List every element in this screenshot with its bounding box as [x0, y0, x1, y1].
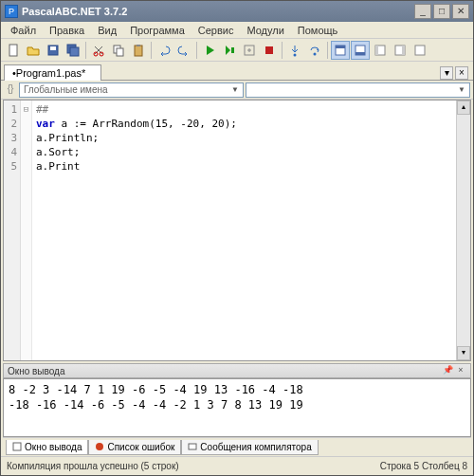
chevron-down-icon: ▼: [231, 85, 239, 94]
toolbar: [1, 39, 473, 62]
svg-rect-2: [50, 46, 56, 50]
menu-help[interactable]: Помощь: [292, 24, 344, 37]
scroll-down-button[interactable]: ▾: [457, 346, 470, 360]
panel-5-button[interactable]: [410, 41, 429, 60]
scroll-up-button[interactable]: ▴: [457, 101, 470, 115]
tab-messages[interactable]: Сообщения компилятора: [181, 440, 318, 455]
svg-rect-10: [137, 45, 140, 46]
titlebar: P PascalABC.NET 3.7.2 _ □ ✕: [1, 1, 473, 22]
cut-button[interactable]: [89, 41, 108, 60]
menu-program[interactable]: Программа: [124, 24, 191, 37]
separator: [196, 42, 197, 59]
minimize-button[interactable]: _: [414, 4, 431, 19]
save-all-button[interactable]: [64, 41, 82, 60]
document-tabs: •Program1.pas* ▾ ×: [1, 62, 473, 81]
status-right: Строка 5 Столбец 8: [380, 461, 467, 471]
scope-icon: {}: [4, 83, 17, 97]
btab-label: Список ошибок: [107, 442, 174, 452]
vertical-scrollbar[interactable]: ▴ ▾: [456, 101, 470, 360]
svg-rect-11: [231, 47, 234, 53]
code-area[interactable]: ## var a := ArrRandom(15, -20, 20); a.Pr…: [32, 101, 456, 360]
editor: 12345 ⊟ ## var a := ArrRandom(15, -20, 2…: [3, 100, 471, 361]
message-icon: [188, 442, 197, 451]
app-icon: P: [5, 5, 18, 18]
step-over-button[interactable]: [305, 41, 324, 60]
menu-service[interactable]: Сервис: [192, 24, 240, 37]
fold-toggle[interactable]: ⊟: [21, 102, 31, 117]
svg-rect-27: [189, 444, 196, 449]
separator: [282, 42, 283, 59]
tab-errors[interactable]: Список ошибок: [88, 440, 181, 455]
output-panel-header: Окно вывода 📌 ×: [3, 363, 471, 378]
separator: [85, 42, 86, 59]
separator: [151, 42, 152, 59]
menubar: Файл Правка Вид Программа Сервис Модули …: [1, 22, 473, 39]
window-buttons: _ □ ✕: [414, 4, 469, 19]
svg-rect-24: [415, 46, 425, 55]
menu-edit[interactable]: Правка: [44, 24, 90, 37]
tab-label: •Program1.pas*: [12, 67, 85, 79]
svg-rect-4: [70, 47, 79, 56]
panel-4-button[interactable]: [391, 41, 410, 60]
svg-rect-19: [356, 52, 365, 55]
output-panel[interactable]: 8 -2 3 -14 7 1 19 -6 -5 -4 19 13 -16 -4 …: [3, 378, 471, 437]
pin-icon[interactable]: 📌: [442, 365, 453, 376]
maximize-button[interactable]: □: [433, 4, 450, 19]
save-button[interactable]: [44, 41, 63, 60]
svg-rect-25: [13, 443, 21, 450]
close-button[interactable]: ✕: [452, 4, 469, 19]
tab-program1[interactable]: •Program1.pas*: [4, 64, 101, 81]
tab-dropdown-button[interactable]: ▾: [440, 66, 453, 80]
svg-rect-13: [265, 46, 273, 54]
menu-view[interactable]: Вид: [92, 24, 122, 37]
svg-rect-0: [9, 45, 17, 56]
redo-button[interactable]: [174, 41, 193, 60]
copy-button[interactable]: [109, 41, 128, 60]
window-title: PascalABC.NET 3.7.2: [22, 6, 414, 17]
bottom-tabs: Окно вывода Список ошибок Сообщения комп…: [3, 437, 471, 456]
paste-button[interactable]: [129, 41, 148, 60]
svg-point-15: [314, 52, 317, 55]
menu-modules[interactable]: Модули: [241, 24, 289, 37]
output-icon: [12, 442, 22, 451]
fold-gutter: ⊟: [21, 101, 32, 360]
new-file-button[interactable]: [4, 41, 23, 60]
status-left: Компиляция прошла успешно (5 строк): [7, 461, 179, 471]
line-numbers: 12345: [4, 101, 21, 360]
run-noargs-button[interactable]: [220, 41, 239, 60]
svg-rect-8: [117, 48, 123, 56]
open-file-button[interactable]: [24, 41, 43, 60]
output-title: Окно вывода: [8, 366, 64, 376]
tab-close-all-button[interactable]: ×: [455, 66, 468, 80]
svg-rect-21: [375, 46, 378, 55]
scope-combo[interactable]: Глобальные имена ▼: [19, 82, 244, 98]
close-panel-button[interactable]: ×: [455, 365, 466, 376]
menu-file[interactable]: Файл: [5, 24, 42, 37]
stop-button[interactable]: [260, 41, 279, 60]
chevron-down-icon: ▼: [458, 85, 465, 94]
tab-output[interactable]: Окно вывода: [6, 440, 88, 455]
app-window: P PascalABC.NET 3.7.2 _ □ ✕ Файл Правка …: [0, 0, 474, 476]
svg-rect-17: [336, 46, 345, 48]
error-icon: [95, 442, 104, 451]
svg-rect-9: [135, 46, 142, 56]
compile-button[interactable]: [240, 41, 259, 60]
undo-button[interactable]: [155, 41, 173, 60]
panel-3-button[interactable]: [371, 41, 390, 60]
btab-label: Окно вывода: [25, 442, 82, 452]
run-button[interactable]: [200, 41, 219, 60]
panel-2-button[interactable]: [351, 41, 370, 60]
step-into-button[interactable]: [285, 41, 304, 60]
member-combo[interactable]: ▼: [246, 82, 470, 98]
tab-nav: ▾ ×: [440, 66, 470, 80]
scope-text: Глобальные имена: [24, 84, 108, 95]
svg-point-26: [96, 443, 103, 450]
separator: [327, 42, 328, 59]
svg-point-14: [294, 53, 297, 56]
nav-combo-row: {} Глобальные имена ▼ ▼: [1, 81, 473, 100]
btab-label: Сообщения компилятора: [200, 442, 311, 452]
statusbar: Компиляция прошла успешно (5 строк) Стро…: [1, 456, 473, 475]
panel-1-button[interactable]: [331, 41, 350, 60]
svg-rect-23: [402, 46, 405, 55]
